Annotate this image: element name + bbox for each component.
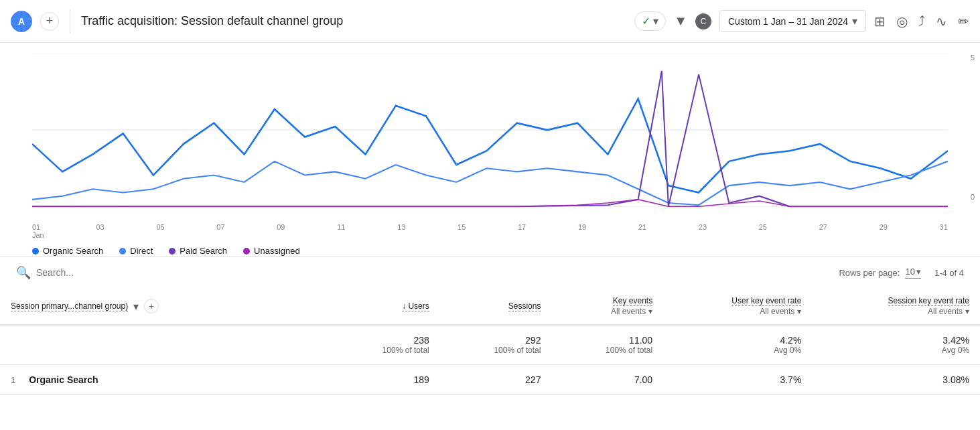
toolbar-divider [70,9,70,33]
avatar: A [11,11,32,32]
dimension-col-chevron-icon[interactable]: ▾ [133,300,139,313]
share-icon[interactable]: ⤴ [918,13,925,29]
row-1-users-value: 189 [413,374,429,385]
row-1-users-cell: 189 [328,365,440,395]
key-events-sub-chevron-icon[interactable]: ▾ [648,307,652,316]
filter-c-badge: C [695,13,711,29]
col-header-user-key-event-rate: User key event rate All events ▾ [663,288,812,325]
table-section: 🔍 Rows per page: 10 ▾ 1-4 of 4 Session p… [0,257,980,395]
status-badge[interactable]: ✓ ▾ [634,11,666,31]
table-totals-row: 238 100% of total 292 100% of total 11.0… [0,325,980,365]
table-header-row: Session primary...channel group) ▾ + ↓ U… [0,288,980,325]
row-1-user-key-event-rate-value: 3.7% [780,374,801,385]
toolbar-icons: ⊞ ◎ ⤴ ∿ ✏ [874,13,969,29]
totals-key-events-pct: 100% of total [562,346,652,355]
user-key-event-rate-sub-label: All events [760,307,794,316]
dimension-col-label[interactable]: Session primary...channel group) [11,301,128,311]
rows-per-page-value: 10 [905,267,914,277]
session-key-event-rate-sub-label: All events [928,307,963,316]
totals-session-key-event-rate-avg: Avg 0% [823,346,969,355]
col-header-session-key-event-rate: Session key event rate All events ▾ [812,288,980,325]
insights-icon[interactable]: ◎ [896,13,908,29]
line-chart [32,54,948,220]
add-button[interactable]: + [40,12,59,31]
legend-item-unassigned[interactable]: Unassigned [243,246,300,256]
totals-key-events-cell: 11.00 100% of total [551,325,663,365]
data-table: Session primary...channel group) ▾ + ↓ U… [0,288,980,395]
totals-users-pct: 100% of total [339,346,429,355]
user-key-event-rate-col-label[interactable]: User key event rate [731,296,801,306]
row-1-key-events-cell: 7.00 [551,365,663,395]
legend-dot-organic-search [32,248,39,255]
session-key-event-rate-col-label[interactable]: Session key event rate [888,296,969,306]
legend-item-paid-search[interactable]: Paid Search [169,246,227,256]
rows-per-page-label: Rows per page: [839,268,900,278]
compare-icon[interactable]: ⊞ [874,13,886,29]
check-icon: ✓ [642,15,650,27]
legend-dot-unassigned [243,248,250,255]
filter-icon: ▼ [674,13,687,29]
key-events-col-label[interactable]: Key events [613,296,652,306]
search-input[interactable] [36,267,170,278]
y-label-top: 5 [971,54,975,62]
search-box[interactable]: 🔍 [16,265,170,280]
row-1-key-events-value: 7.00 [634,374,652,385]
sessions-col-label[interactable]: Sessions [508,301,541,311]
legend-label-unassigned: Unassigned [254,246,300,256]
legend-dot-paid-search [169,248,176,255]
legend-item-direct[interactable]: Direct [119,246,153,256]
totals-sessions-pct: 100% of total [451,346,541,355]
user-key-event-rate-sub-chevron-icon[interactable]: ▾ [797,307,801,316]
page-title: Traffic acquisition: Session default cha… [81,14,626,28]
x-axis-labels: 01Jan 03 05 07 09 11 13 15 17 19 21 23 2… [0,220,980,239]
row-1-session-key-event-rate-value: 3.08% [942,374,969,385]
totals-sessions-cell: 292 100% of total [440,325,552,365]
col-header-users: ↓ Users [328,288,440,325]
row-1-sessions-cell: 227 [440,365,552,395]
totals-user-key-event-rate-avg: Avg 0% [674,346,801,355]
chart-container: 5 0 01Jan 03 05 07 09 11 13 15 17 19 21 … [0,43,980,257]
totals-dimension-cell [0,325,328,365]
row-1-user-key-event-rate-cell: 3.7% [663,365,812,395]
add-metric-button[interactable]: + [144,299,159,313]
legend-dot-direct [119,248,126,255]
edit-icon[interactable]: ✏ [958,13,969,29]
legend-label-direct: Direct [130,246,153,256]
filter-button[interactable]: ▼ [674,13,687,29]
legend-label-paid-search: Paid Search [180,246,227,256]
toolbar: A + Traffic acquisition: Session default… [0,0,980,43]
date-range-chevron-icon: ▾ [852,15,857,27]
status-chevron-icon: ▾ [653,15,658,27]
rows-per-page-chevron-icon: ▾ [916,267,921,277]
row-1-sessions-value: 227 [525,374,541,385]
legend-label-organic-search: Organic Search [43,246,103,256]
totals-session-key-event-rate-cell: 3.42% Avg 0% [812,325,980,365]
totals-user-key-event-rate-cell: 4.2% Avg 0% [663,325,812,365]
totals-users-cell: 238 100% of total [328,325,440,365]
col-header-dimension: Session primary...channel group) ▾ + [0,288,328,325]
col-header-sessions: Sessions [440,288,552,325]
pagination: 1-4 of 4 [934,268,964,278]
chart-area: 5 0 [0,43,980,220]
col-header-key-events: Key events All events ▾ [551,288,663,325]
users-col-label[interactable]: ↓ Users [402,301,429,311]
totals-users-value: 238 [339,335,429,346]
totals-sessions-value: 292 [451,335,541,346]
totals-session-key-event-rate-value: 3.42% [823,335,969,346]
chart-legend: Organic Search Direct Paid Search Unassi… [0,239,980,263]
totals-user-key-event-rate-value: 4.2% [674,335,801,346]
date-range-label: Custom 1 Jan – 31 Jan 2024 [728,16,848,27]
row-1-rank: 1 [11,375,15,385]
row-1-session-key-event-rate-cell: 3.08% [812,365,980,395]
y-label-bottom: 0 [971,193,975,201]
row-1-dimension-cell: 1 Organic Search [0,365,328,395]
trend-icon[interactable]: ∿ [936,13,947,29]
date-range-picker[interactable]: Custom 1 Jan – 31 Jan 2024 ▾ [719,10,866,32]
session-key-event-rate-sub-chevron-icon[interactable]: ▾ [965,307,969,316]
row-1-name[interactable]: Organic Search [29,374,98,385]
search-icon: 🔍 [16,265,31,280]
rows-per-page-select[interactable]: 10 ▾ [905,267,920,279]
legend-item-organic-search[interactable]: Organic Search [32,246,103,256]
y-axis-labels: 5 0 [971,54,975,201]
key-events-sub-label: All events [611,307,646,316]
